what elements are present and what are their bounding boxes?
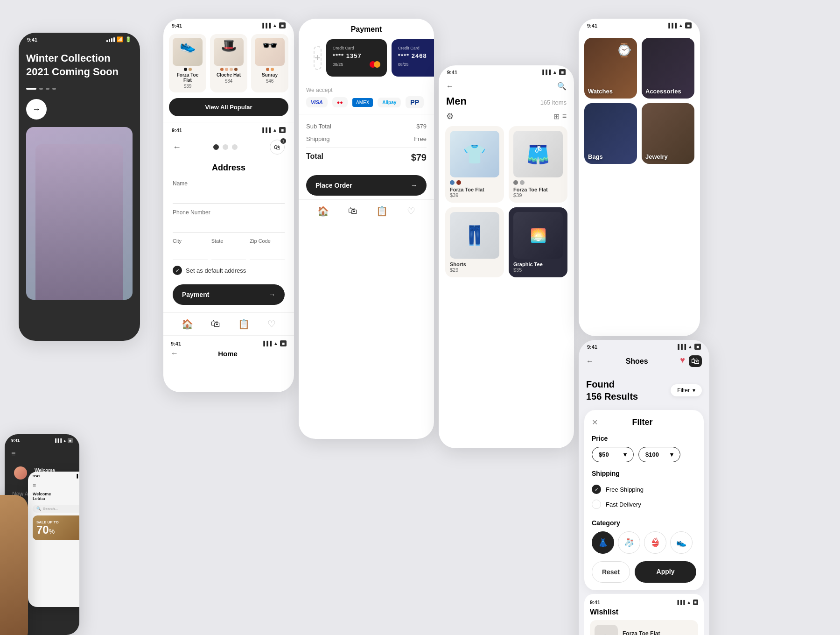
acc-card-watches[interactable]: Watches ⌚ <box>584 38 637 99</box>
order-summary: Sub Total $79 Shipping Free Total $79 <box>299 114 434 171</box>
name-input[interactable] <box>173 189 285 204</box>
credit-card-1[interactable]: Credit Card **** 1357 08/25 <box>326 39 387 77</box>
dot-3 <box>52 88 56 90</box>
mini-search[interactable]: 🔍 Search... <box>33 505 79 513</box>
product-card-cloche[interactable]: 🎩 Cloche Hat $34 <box>210 34 247 92</box>
phone-filter: 9:41 ▐▐▐ ▲ ■ ← Shoes ♥ 🛍 <box>579 340 709 635</box>
sale-label: SALE UP TO <box>0 504 21 511</box>
shop-nav-payment[interactable]: 🛍 <box>348 205 357 217</box>
list-view-icon[interactable]: ≡ <box>562 112 567 121</box>
status-bar-men: 9:41 ▐▐▐ ▲ ■ <box>439 65 574 77</box>
search-icon-men[interactable]: 🔍 <box>557 82 567 91</box>
filter-close-button[interactable]: ✕ <box>592 418 598 427</box>
wishlist-item-1[interactable]: 👟 Forza Toe Flat $39 <box>590 620 698 635</box>
product-name-forza: Forza Toe Flat <box>173 72 203 83</box>
product-tile-3[interactable]: 👖 Shorts $29 <box>445 207 504 277</box>
we-accept-label: We accept <box>299 81 434 96</box>
card-label-1: Credit Card <box>333 46 380 50</box>
category-shoes-icon[interactable]: 👟 <box>670 531 693 554</box>
amex-icon: AMEX <box>352 98 373 107</box>
home-section: 9:41 ▐▐▐ ▲ ■ ← Home <box>163 335 294 358</box>
reset-button[interactable]: Reset <box>592 561 630 583</box>
phone-input[interactable] <box>173 218 285 233</box>
status-bar-winter: 9:41 📶 🔋 <box>19 33 140 44</box>
product-tile-4[interactable]: 🌅 Graphic Tee $35 <box>509 207 567 277</box>
product-tile-gray-shorts[interactable]: 🩳 Forza Toe Flat $39 <box>509 126 567 203</box>
back-arrow-address[interactable]: ← <box>173 142 181 152</box>
shipping-value: Free <box>414 135 427 142</box>
cart-icon-filter[interactable]: 🛍 <box>689 355 702 367</box>
color-dot-4 <box>234 68 238 71</box>
acc-card-bags[interactable]: Bags <box>584 103 637 164</box>
filter-sliders-icon[interactable]: ⚙ <box>446 111 454 121</box>
back-arrow-filter[interactable]: ← <box>586 357 594 366</box>
product-img-cloche: 🎩 <box>214 38 244 66</box>
apply-button[interactable]: Apply <box>635 561 696 583</box>
battery-wishlist: ■ <box>693 600 698 605</box>
heart-nav-icon[interactable]: ♡ <box>267 318 276 330</box>
default-address-toggle[interactable]: ✓ Set as default address <box>163 266 294 275</box>
back-arrow-men[interactable]: ← <box>446 82 454 91</box>
grid-view-icon[interactable]: ⊞ <box>553 112 560 121</box>
add-card-button[interactable]: + <box>314 46 322 70</box>
heart-nav-payment[interactable]: ♡ <box>407 205 415 217</box>
list-nav-icon[interactable]: 📋 <box>238 318 250 330</box>
sidebar-battery: ■ <box>68 438 73 443</box>
home-nav-title: Home <box>218 350 238 358</box>
cart-badge: 1 <box>280 138 286 144</box>
back-arrow-home[interactable]: ← <box>171 349 178 358</box>
free-shipping-option[interactable]: ✓ Free Shipping <box>592 482 696 497</box>
men-products-grid: 👕 Forza Toe Flat $39 🩳 Forza Toe Fl <box>439 126 574 277</box>
next-button[interactable]: → <box>26 99 47 120</box>
free-shipping-label: Free Shipping <box>606 486 644 493</box>
list-nav-payment[interactable]: 📋 <box>376 205 388 217</box>
category-tank-icon[interactable]: 👙 <box>644 531 666 554</box>
state-input[interactable] <box>211 245 246 260</box>
price-min-select[interactable]: $50 ▾ <box>592 447 634 462</box>
product-img-sunray: 🕶️ <box>255 38 285 66</box>
product-img-3: 👖 <box>450 212 499 259</box>
wifi-men: ▲ <box>553 70 557 75</box>
dot-2 <box>46 88 49 90</box>
paypal-icon: PP <box>406 96 424 108</box>
home-nav-payment[interactable]: 🏠 <box>317 205 329 217</box>
filter-action-buttons: Reset Apply <box>592 561 696 583</box>
view-all-button[interactable]: View All Popular <box>169 98 288 116</box>
fast-delivery-unchecked-icon <box>592 500 601 509</box>
city-input[interactable] <box>173 245 208 260</box>
category-icons-row: 👗 🧦 👙 👟 … <box>592 531 696 554</box>
winter-title: Winter Collection 2021 Coming Soon <box>26 52 133 78</box>
product-card-forza[interactable]: 👟 Forza Toe Flat $39 <box>169 34 206 92</box>
phone-sale-banner: SALE UP TO 70% <box>0 495 28 635</box>
winter-dots <box>26 88 133 90</box>
wishlist-info-1: Forza Toe Flat $39 <box>623 630 693 635</box>
product-tile-blue-tee[interactable]: 👕 Forza Toe Flat $39 <box>445 126 504 203</box>
product-card-sunray[interactable]: 🕶️ Sunray $46 <box>251 34 288 92</box>
credit-card-2[interactable]: Credit Card **** 2468 08/25 <box>392 39 434 77</box>
time-acc: 9:41 <box>587 23 597 28</box>
wifi-filter: ▲ <box>688 344 693 349</box>
home-nav-icon[interactable]: 🏠 <box>182 318 193 330</box>
time-filter: 9:41 <box>587 344 597 350</box>
payment-button[interactable]: Payment → <box>173 284 285 305</box>
mini-status-bar: 9:41 ▐▐ ▲ ■ <box>28 472 79 480</box>
men-header: ← 🔍 <box>439 77 574 95</box>
heart-icon-filter[interactable]: ♥ <box>680 355 685 367</box>
shop-nav-icon[interactable]: 🛍 <box>211 318 220 330</box>
hamburger-icon[interactable]: ≡ <box>8 448 76 460</box>
product-img-4: 🌅 <box>513 212 563 259</box>
filter-panel: ✕ Filter Price $50 ▾ $100 ▾ <box>584 410 704 590</box>
acc-card-accessories[interactable]: Accessories <box>642 38 694 99</box>
acc-card-jewelry[interactable]: Jewelry <box>642 103 694 164</box>
category-socks-icon[interactable]: 🧦 <box>618 531 640 554</box>
cart-button-address[interactable]: 🛍 1 <box>270 140 285 155</box>
fast-delivery-option[interactable]: Fast Delivery <box>592 497 696 512</box>
filter-top-button[interactable]: Filter ▾ <box>671 384 702 396</box>
price-max-select[interactable]: $100 ▾ <box>638 447 680 462</box>
place-order-button[interactable]: Place Order → <box>306 175 427 196</box>
product-img-gray-shorts: 🩳 <box>513 131 563 177</box>
category-dress-icon[interactable]: 👗 <box>592 531 614 554</box>
status-bar-filter: 9:41 ▐▐▐ ▲ ■ <box>579 340 709 352</box>
acc-bg-bags: Bags <box>584 103 637 164</box>
zip-input[interactable] <box>250 245 285 260</box>
